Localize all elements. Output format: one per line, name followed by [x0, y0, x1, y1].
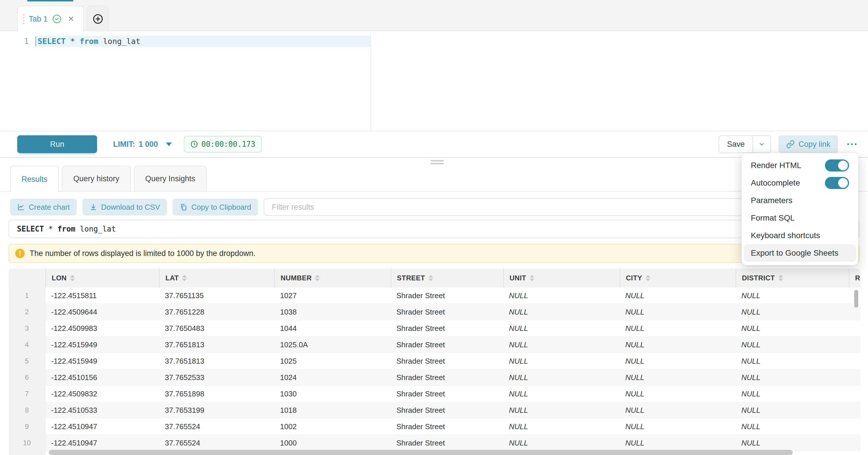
row-number: 11 [9, 451, 45, 455]
editor-tab-1[interactable]: Tab 1 ✕ [17, 6, 84, 32]
tab-results[interactable]: Results [10, 166, 59, 192]
menu-item-export-to-google-sheets[interactable]: Export to Google Sheets [744, 244, 856, 262]
table-cell: -122.4510156 [45, 369, 159, 386]
menu-item-keyboard-shortcuts[interactable]: Keyboard shortcuts [744, 226, 856, 244]
limit-value: 1 000 [138, 140, 158, 149]
limit-label: LIMIT: [113, 140, 135, 149]
toggle-autocomplete[interactable] [825, 177, 849, 189]
tab-query-history[interactable]: Query history [62, 166, 131, 191]
table-cell: NULL [503, 386, 620, 402]
table-cell: NULL [620, 320, 736, 336]
table-cell: NULL [503, 435, 620, 451]
column-header-unit[interactable]: UNIT [503, 269, 620, 287]
table-row[interactable]: 5-122.451594937.76518131025Shrader Stree… [9, 353, 861, 369]
table-cell: NULL [620, 402, 736, 418]
table-cell: NULL [736, 287, 849, 304]
table-cell: -122.4515949 [45, 337, 159, 353]
menu-item-autocomplete[interactable]: Autocomplete [744, 174, 856, 191]
download-csv-button[interactable]: Download to CSV [83, 199, 167, 215]
table-cell: 1044 [274, 320, 391, 336]
table-cell: -122.4515949 [45, 353, 159, 369]
chevron-down-icon [166, 143, 172, 146]
limit-dropdown[interactable]: LIMIT: 1 000 [113, 140, 172, 149]
column-header-district[interactable]: DISTRICT [736, 269, 849, 287]
table-cell [849, 451, 861, 455]
table-cell: Shrader Street [391, 353, 503, 369]
more-options-button[interactable] [846, 141, 858, 148]
editor-caret [35, 36, 36, 47]
tab-drag-handle-icon[interactable] [23, 14, 24, 24]
add-tab-button[interactable] [87, 6, 109, 32]
column-header-street[interactable]: STREET [391, 269, 503, 287]
table-row[interactable]: 3-122.450998337.76504831044Shrader Stree… [9, 320, 861, 337]
sort-carets-icon [778, 275, 783, 281]
column-header-label: UNIT [509, 274, 526, 282]
column-header-lon[interactable]: LON [45, 269, 159, 287]
panel-divider [0, 157, 868, 158]
save-button[interactable]: Save [719, 136, 752, 153]
run-button[interactable]: Run [17, 135, 97, 153]
table-row[interactable]: 10-122.451094737.7655241000Shrader Stree… [9, 435, 861, 451]
column-header-city[interactable]: CITY [620, 269, 736, 287]
table-cell: 37.7650483 [159, 320, 274, 336]
table-cell: 1030 [274, 386, 391, 402]
menu-item-parameters[interactable]: Parameters [744, 191, 856, 209]
table-cell: NULL [736, 353, 849, 369]
toggle-knob [838, 178, 848, 188]
table-cell: Shrader Street [391, 435, 503, 451]
editor-print-margin [371, 32, 371, 131]
copy-clipboard-button[interactable]: Copy to Clipboard [173, 199, 258, 215]
table-cell: -122.4509983 [45, 320, 159, 336]
plus-circle-icon [92, 13, 104, 25]
table-cell [849, 320, 861, 336]
sort-carets-icon [315, 275, 320, 281]
table-row[interactable]: 4-122.451594937.76518131025.0AShrader St… [9, 337, 861, 353]
table-row[interactable]: 8-122.451053337.76531991018Shrader Stree… [9, 402, 861, 419]
table-cell: 1038 [274, 304, 391, 320]
row-number: 7 [9, 386, 45, 402]
table-row[interactable]: 7-122.450983237.76518981030Shrader Stree… [9, 386, 861, 402]
column-header-lat[interactable]: LAT [159, 269, 274, 287]
banner-text: The number of rows displayed is limited … [30, 249, 255, 258]
table-header: LONLATNUMBERSTREETUNITCITYDISTRICTRE [9, 269, 861, 287]
copy-link-label: Copy link [799, 140, 830, 149]
column-header-label: STREET [397, 274, 425, 282]
sql-editor[interactable]: 1 SELECT * from long_lat [0, 32, 868, 131]
save-options-button[interactable] [753, 136, 770, 153]
table-cell: 1024 [274, 369, 391, 386]
close-tab-icon[interactable]: ✕ [68, 14, 74, 24]
row-number: 8 [9, 402, 45, 418]
save-split-button: Save [719, 135, 771, 153]
table-cell: NULL [620, 287, 736, 304]
table-row[interactable]: 9-122.451094737.7655241002Shrader Street… [9, 419, 861, 435]
menu-item-format-sql[interactable]: Format SQL [744, 209, 856, 226]
table-cell: NULL [503, 337, 620, 353]
table-cell: 1027 [274, 287, 391, 304]
table-row[interactable]: 6-122.451015637.76525331024Shrader Stree… [9, 369, 861, 386]
sort-carets-icon [70, 275, 75, 281]
toggle-render-html[interactable] [825, 159, 849, 172]
table-cell: 37.7651228 [159, 304, 274, 320]
column-header-number[interactable]: NUMBER [274, 269, 391, 287]
column-header-re[interactable]: RE [849, 269, 861, 287]
table-cell: NULL [620, 304, 736, 320]
sql-keyword: SELECT [38, 37, 66, 46]
sort-carets-icon [429, 275, 433, 281]
table-cell: NULL [736, 320, 849, 336]
column-header-label: LAT [165, 274, 179, 282]
editor-tab-strip: Tab 1 ✕ [0, 0, 868, 31]
copy-link-button[interactable]: Copy link [778, 135, 838, 153]
menu-item-render-html[interactable]: Render HTML [744, 156, 856, 174]
create-chart-button[interactable]: Create chart [10, 199, 77, 215]
download-icon [89, 203, 97, 211]
menu-item-label: Parameters [751, 196, 793, 205]
horizontal-scrollbar[interactable] [49, 450, 793, 455]
table-row[interactable]: 2-122.450964437.76512281038Shrader Stree… [9, 304, 861, 320]
tab-query-insights[interactable]: Query Insights [134, 166, 207, 191]
table-cell: NULL [503, 320, 620, 336]
table-cell [849, 419, 861, 434]
table-row[interactable]: 1-122.451581137.76511351027Shrader Stree… [9, 287, 861, 304]
vertical-scrollbar[interactable] [854, 290, 858, 308]
sql-keyword: from [80, 37, 98, 46]
resize-handle[interactable] [431, 160, 444, 164]
